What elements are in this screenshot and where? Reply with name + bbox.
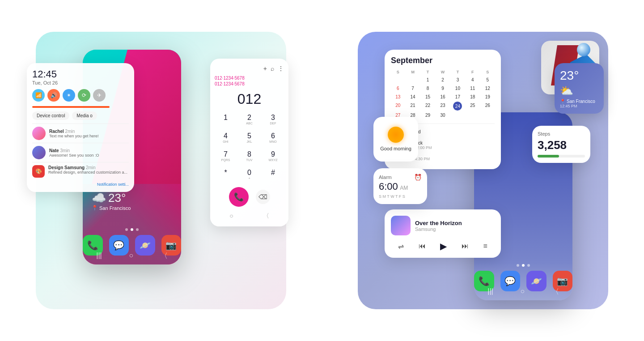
play-button[interactable]: ▶ [440, 241, 447, 251]
phone-right-indicator [474, 264, 572, 267]
sound-icon[interactable]: 🔊 [47, 89, 60, 102]
nav-home[interactable]: ○ [129, 251, 133, 261]
next-button[interactable]: ⏭ [462, 242, 469, 250]
right-bottom-nav: ||| ○ 〈 [474, 287, 572, 297]
cal-day-17[interactable]: 17 [451, 93, 465, 101]
dialer-actions: 📞 ⌫ [215, 187, 284, 207]
cal-day-15[interactable]: 15 [421, 93, 435, 101]
dial-key-9[interactable]: 9WXYZ [262, 148, 284, 164]
phone-left-weather: ☁️ 23° 📍 San Francisco [92, 191, 131, 211]
right-nav-back[interactable]: 〈 [552, 287, 559, 297]
cal-day-9[interactable]: 9 [436, 85, 449, 92]
cal-day-24-today[interactable]: 24 [453, 102, 462, 111]
notif-footer[interactable]: Notification setti... [32, 182, 129, 187]
cal-day-18[interactable]: 18 [466, 93, 479, 101]
shuffle-button[interactable]: ⇌ [398, 242, 404, 251]
dialer-nav-back[interactable]: 〈 [263, 212, 269, 220]
rachel-name: Rachel 2min [49, 129, 129, 134]
nav-back[interactable]: 〈 [161, 251, 168, 261]
dial-key-3[interactable]: 3DEF [262, 111, 284, 128]
cal-day-11[interactable]: 11 [466, 85, 479, 92]
dial-key-7[interactable]: 7PQRS [215, 148, 237, 164]
right-nav-home[interactable]: ○ [520, 287, 525, 297]
dial-key-2[interactable]: 2ABC [238, 111, 260, 128]
cal-day-13[interactable]: 13 [391, 93, 405, 101]
weather-right-temp: 23° [560, 68, 598, 83]
cal-day-20[interactable]: 20 [391, 102, 405, 111]
contact-1[interactable]: 012·1234·5678 [215, 76, 284, 81]
dialer-nav-circle[interactable]: ○ [229, 212, 233, 220]
cal-day-7[interactable]: 7 [406, 85, 419, 92]
music-controls: ⇌ ⏮ ▶ ⏭ ≡ [391, 241, 495, 251]
music-artist: Samsung [415, 226, 462, 232]
cal-header-w: W [436, 69, 449, 75]
cal-day-10[interactable]: 10 [451, 85, 465, 92]
weather-card-right: 23° ⛅ 📍 San Francisco 12:45 PM [555, 63, 604, 114]
wifi-icon[interactable]: 📶 [32, 89, 45, 102]
cal-day-5[interactable]: 5 [481, 76, 495, 84]
nav-dot-1 [125, 228, 128, 231]
cal-day-30[interactable]: 30 [436, 111, 449, 119]
media-output-btn[interactable]: Media o [72, 111, 97, 120]
right-nav-recent[interactable]: ||| [487, 287, 493, 297]
prev-button[interactable]: ⏮ [419, 242, 426, 250]
delete-digit-button[interactable]: ⌫ [256, 190, 270, 204]
alarm-icon[interactable]: ⏰ [414, 174, 422, 181]
dialer-header: + ⌕ ⋮ [215, 65, 284, 72]
cal-day-2[interactable]: 2 [436, 76, 449, 84]
nfc-icon[interactable]: ⟳ [78, 89, 90, 102]
notification-panel: 12:45 Tue, Oct 26 📶 🔊 ✴ ⟳ ✈ Device contr… [27, 63, 134, 192]
dial-key-star[interactable]: * [215, 166, 237, 183]
steps-count: 3,258 [538, 138, 585, 152]
panel-buttons: Device control Media o [32, 111, 129, 120]
bluetooth-icon[interactable]: ✴ [63, 89, 75, 102]
cal-day-14[interactable]: 14 [406, 93, 419, 101]
right-section: 23° ⛅ 📍 San Francisco 12:45 PM September… [331, 5, 635, 336]
add-contact-icon[interactable]: + [263, 65, 267, 72]
cal-day-12[interactable]: 12 [481, 85, 495, 92]
cal-day-23[interactable]: 23 [436, 102, 449, 111]
more-icon[interactable]: ⋮ [278, 65, 284, 72]
brightness-slider[interactable] [32, 106, 110, 108]
design-app-name: Design Samsung 2min [48, 165, 129, 170]
dialer-recent-contacts: 012·1234·5678 012·1234·5678 [215, 76, 284, 86]
dial-key-5[interactable]: 5JKL [238, 129, 260, 146]
cal-day-19[interactable]: 19 [481, 93, 495, 101]
bottom-nav: ||| ○ 〈 [83, 251, 181, 261]
dial-key-8[interactable]: 8TUV [238, 148, 260, 164]
cal-header-s: S [391, 69, 405, 75]
call-button[interactable]: 📞 [229, 187, 249, 207]
cal-day-26[interactable]: 26 [481, 102, 495, 111]
dial-key-4[interactable]: 4GHI [215, 129, 237, 146]
search-icon[interactable]: ⌕ [271, 65, 274, 72]
cal-day-22[interactable]: 22 [421, 102, 435, 111]
cal-day-4[interactable]: 4 [466, 76, 479, 84]
dialer-number-display: 012 [215, 91, 284, 107]
cal-header-f: F [466, 69, 479, 75]
device-control-btn[interactable]: Device control [32, 111, 69, 120]
cal-day-16[interactable]: 16 [436, 93, 449, 101]
nav-dot-3 [136, 228, 139, 231]
contact-2[interactable]: 012·1234·5678 [215, 81, 284, 86]
dial-key-6[interactable]: 6MNO [262, 129, 284, 146]
dial-key-hash[interactable]: # [262, 166, 284, 183]
cal-day-8[interactable]: 8 [421, 85, 435, 92]
steps-bar-fill [538, 155, 559, 158]
notif-rachel: Rachel 2min Text me when you get here! [32, 124, 129, 143]
cal-day-25[interactable]: 25 [466, 102, 479, 111]
playlist-button[interactable]: ≡ [483, 242, 487, 250]
steps-label: Steps [538, 131, 585, 136]
cal-day-3[interactable]: 3 [451, 76, 465, 84]
cal-day-21[interactable]: 21 [406, 102, 419, 111]
cal-day-29[interactable]: 29 [421, 111, 435, 119]
cal-day-6[interactable]: 6 [391, 85, 405, 92]
nav-recent[interactable]: ||| [96, 251, 102, 261]
alarm-ampm: AM [400, 185, 408, 191]
notif-date: Tue, Oct 26 [32, 80, 129, 85]
cal-grid: S M T W T F S 1 2 3 4 5 6 7 8 9 10 11 12… [391, 69, 495, 119]
dial-key-1[interactable]: 1 [215, 111, 237, 128]
airplane-icon[interactable]: ✈ [93, 89, 106, 102]
art-sphere [577, 43, 590, 56]
cal-day-1[interactable]: 1 [421, 76, 435, 84]
dial-key-0[interactable]: 0+ [238, 166, 260, 183]
